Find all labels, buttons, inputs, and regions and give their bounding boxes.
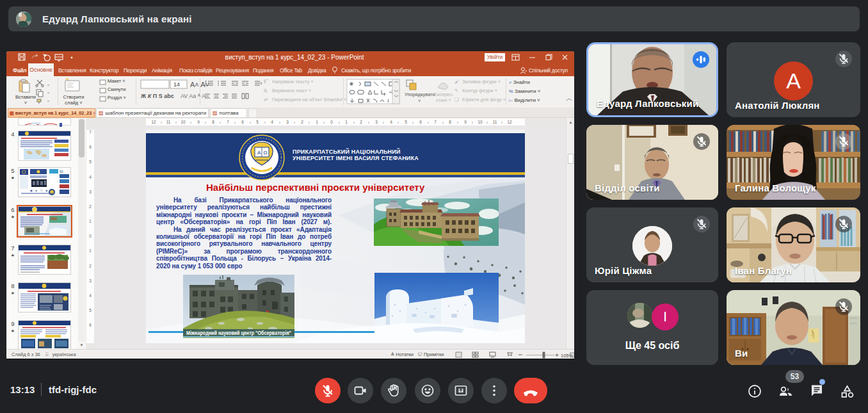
svg-text:3: 3 <box>375 120 378 124</box>
svg-text:3: 3 <box>286 120 289 124</box>
svg-text:Напрямок тексту ˅: Напрямок тексту ˅ <box>272 79 314 85</box>
svg-text:Експрес-: Експрес- <box>434 92 454 97</box>
svg-text:8: 8 <box>212 120 214 124</box>
svg-text:⧉: ⧉ <box>264 88 267 93</box>
svg-text:10: 10 <box>478 120 483 124</box>
svg-text:⇆ Замінити ˅: ⇆ Замінити ˅ <box>509 88 541 94</box>
svg-text:✎: ✎ <box>454 88 458 93</box>
svg-text:7: 7 <box>434 120 437 124</box>
svg-text:50: 50 <box>60 170 63 174</box>
svg-text:4: 4 <box>271 120 273 124</box>
svg-text:❏: ❏ <box>454 97 459 102</box>
svg-text:Ω: Ω <box>264 150 268 156</box>
svg-text:4: 4 <box>89 293 92 298</box>
svg-text:⇄: ⇄ <box>264 97 268 102</box>
svg-text:⌕ Знайти: ⌕ Знайти <box>509 79 530 85</box>
svg-text:6: 6 <box>241 120 244 124</box>
svg-text:1: 1 <box>89 248 92 253</box>
svg-text:5: 5 <box>89 159 92 164</box>
svg-text:4: 4 <box>89 175 92 179</box>
svg-text:Міжнародний науковий центр "Об: Міжнародний науковий центр "Обсерваторія… <box>186 330 291 336</box>
svg-text:9: 9 <box>464 120 467 124</box>
svg-text:▣: ▣ <box>30 189 33 192</box>
svg-text:стилі ˅: стилі ˅ <box>436 97 451 103</box>
svg-text:5: 5 <box>89 308 92 312</box>
svg-text:3: 3 <box>89 190 92 194</box>
svg-text:1: 1 <box>316 120 318 124</box>
svg-text:8: 8 <box>449 120 451 124</box>
svg-text:10: 10 <box>181 120 186 124</box>
svg-text:105%: 105% <box>561 353 574 359</box>
svg-text:2: 2 <box>301 120 303 124</box>
svg-text:5: 5 <box>256 120 259 124</box>
svg-text:Заливка фігури ˅: Заливка фігури ˅ <box>462 79 501 85</box>
svg-text:7: 7 <box>89 130 92 134</box>
svg-text:6: 6 <box>419 120 422 124</box>
svg-text:Контур фігури ˅: Контур фігури ˅ <box>462 88 497 93</box>
svg-text:Α: Α <box>257 150 261 156</box>
svg-text:12: 12 <box>151 120 156 124</box>
svg-text:7: 7 <box>227 120 229 124</box>
svg-text:9: 9 <box>197 120 200 124</box>
svg-text:A˄ A˅: A˄ A˅ <box>190 81 209 88</box>
svg-text:AV Aa ᴬ A: AV Aa ᴬ A <box>181 93 205 99</box>
svg-text:⬡: ⬡ <box>40 189 43 192</box>
svg-text:Ж К П S abc: Ж К П S abc <box>140 93 174 99</box>
svg-text:11: 11 <box>493 120 497 124</box>
svg-text:2: 2 <box>89 264 92 268</box>
svg-text:˅: ˅ <box>418 98 421 104</box>
svg-text:0: 0 <box>89 234 92 238</box>
svg-text:4: 4 <box>390 120 392 124</box>
svg-text:2: 2 <box>360 120 362 124</box>
svg-text:▻ Виділити ˅: ▻ Виділити ˅ <box>509 97 540 103</box>
svg-text:6: 6 <box>89 323 92 327</box>
svg-text:2: 2 <box>89 204 92 209</box>
svg-text:◉: ◉ <box>45 189 48 192</box>
svg-text:Ефекти для фігур ˅: Ефекти для фігур ˅ <box>462 97 506 102</box>
svg-text:14: 14 <box>173 81 180 88</box>
svg-text:1: 1 <box>89 219 92 223</box>
svg-text:12: 12 <box>507 120 512 124</box>
svg-text:3: 3 <box>89 279 92 283</box>
svg-text:5: 5 <box>405 120 407 124</box>
svg-text:Перетворити на об'єкт SmartArt: Перетворити на об'єкт SmartArt ˅ <box>272 97 346 102</box>
svg-text:0: 0 <box>330 120 333 124</box>
svg-text:6: 6 <box>89 145 92 149</box>
svg-text:🖌: 🖌 <box>454 79 460 85</box>
svg-text:1: 1 <box>345 120 348 124</box>
svg-text:Вирівняти текст ˅: Вирівняти текст ˅ <box>272 88 311 93</box>
svg-text:⫴⌃: ⫴⌃ <box>264 79 268 85</box>
svg-text:11: 11 <box>166 120 171 124</box>
svg-text:Упорядкувати: Упорядкувати <box>405 92 435 97</box>
